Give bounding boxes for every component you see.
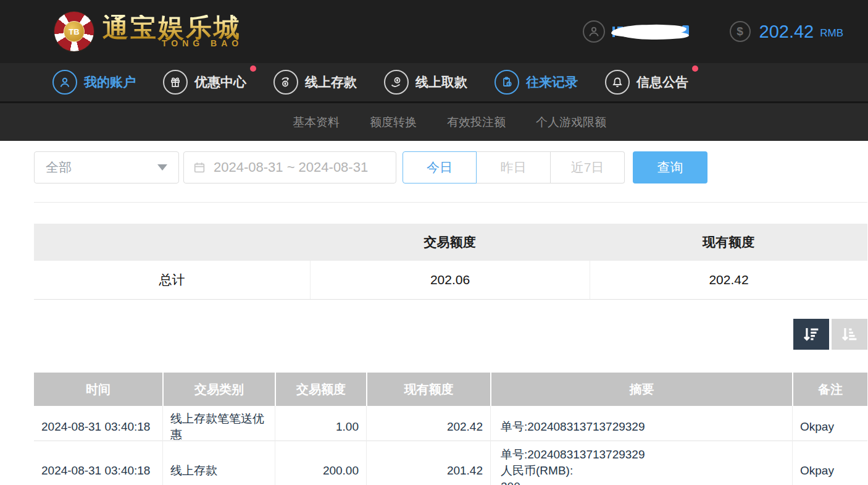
username-redacted <box>611 21 690 42</box>
hand-coin-deposit-icon <box>273 70 298 95</box>
nav-item-online-withdraw[interactable]: 线上取款 <box>384 70 467 95</box>
divider <box>34 202 867 203</box>
brand-name-en: TONG BAO <box>162 38 243 48</box>
nav-item-my-account[interactable]: 我的账户 <box>52 70 136 95</box>
summary-header-empty <box>34 224 310 261</box>
type-select-value: 全部 <box>46 159 72 176</box>
subnav-item-valid-bets[interactable]: 有效投注额 <box>447 114 506 130</box>
user-circle-icon <box>52 70 77 95</box>
nav-item-transaction-records[interactable]: 往来记录 <box>495 70 578 95</box>
dollar-coin-icon: $ <box>730 21 751 42</box>
summary-table: 交易额度 现有额度 总计 202.06 202.42 <box>34 224 867 300</box>
records-table: 时间 交易类别 交易额度 现有额度 摘要 备注 2024-08-31 03:40… <box>34 373 867 485</box>
sort-descending-icon <box>801 324 822 345</box>
quick-button-yesterday[interactable]: 昨日 <box>477 151 551 183</box>
chip-monogram: TB <box>64 21 85 42</box>
summary-current-amount: 202.42 <box>590 261 867 299</box>
nav-item-announcements[interactable]: 信息公告 <box>605 70 688 95</box>
sub-nav: 基本资料 额度转换 有效投注额 个人游戏限额 <box>0 103 868 141</box>
subnav-item-personal-game-limit[interactable]: 个人游戏限额 <box>536 114 606 130</box>
summary-total-label: 总计 <box>34 261 310 299</box>
filter-bar: 全部 2024-08-31 ~ 2024-08-31 今日 昨日 近7日 查询 <box>34 151 867 183</box>
sort-ascending-icon <box>839 324 860 345</box>
type-select[interactable]: 全部 <box>34 151 179 183</box>
user-icon <box>583 20 605 43</box>
quick-button-today[interactable]: 今日 <box>403 151 477 183</box>
cell-time: 2024-08-31 03:40:18 <box>34 441 162 485</box>
summary-total-row: 总计 202.06 202.42 <box>34 261 867 300</box>
nav-item-promotions[interactable]: 优惠中心 <box>163 70 246 95</box>
date-range-input[interactable]: 2024-08-31 ~ 2024-08-31 <box>183 151 396 183</box>
query-button[interactable]: 查询 <box>633 151 707 183</box>
summary-table-header: 交易额度 现有额度 <box>34 224 867 261</box>
col-header-type: 交易类别 <box>162 373 275 406</box>
summary-header-current-amount: 现有额度 <box>590 224 867 261</box>
subnav-item-credit-transfer[interactable]: 额度转换 <box>370 114 417 130</box>
brand-name-cn: 通宝娱乐城 <box>102 15 243 41</box>
top-header: TB 通宝娱乐城 TONG BAO $ 202.42 RMB <box>0 0 868 63</box>
hand-coin-withdraw-icon <box>384 70 409 95</box>
account-chip[interactable] <box>583 20 690 43</box>
brand-logo[interactable]: TB 通宝娱乐城 TONG BAO <box>54 12 243 51</box>
quick-button-last7days[interactable]: 近7日 <box>551 151 625 183</box>
chevron-down-icon <box>157 164 167 171</box>
gift-icon <box>163 70 188 95</box>
balance-amount: 202.42 <box>759 22 814 42</box>
date-range-value: 2024-08-31 ~ 2024-08-31 <box>214 159 368 175</box>
casino-chip-icon: TB <box>54 12 94 51</box>
subnav-item-basic-info[interactable]: 基本资料 <box>293 114 340 130</box>
calendar-icon <box>193 161 206 174</box>
cell-remark: Okpay <box>792 441 867 485</box>
balance-display: $ 202.42 RMB <box>730 21 843 42</box>
table-row: 2024-08-31 03:40:18 线上存款笔笔送优惠 1.00 202.4… <box>34 406 867 441</box>
cell-type: 线上存款 <box>162 441 275 485</box>
table-row: 2024-08-31 03:40:18 线上存款 200.00 201.42 单… <box>34 441 867 485</box>
cell-summary: 单号:202408313713729329 人民币(RMB): 200 <box>490 441 792 485</box>
col-header-remark: 备注 <box>792 373 867 406</box>
cell-balance: 201.42 <box>366 441 490 485</box>
sort-toolbar <box>34 319 867 350</box>
col-header-balance: 现有额度 <box>366 373 490 406</box>
clipboard-clock-icon <box>495 70 519 95</box>
sort-descending-button[interactable] <box>793 319 829 350</box>
bell-icon <box>605 70 630 95</box>
date-quick-segment: 今日 昨日 近7日 <box>403 151 625 183</box>
sort-ascending-button[interactable] <box>832 319 867 350</box>
nav-item-online-deposit[interactable]: 线上存款 <box>273 70 357 95</box>
notification-dot <box>250 65 256 72</box>
col-header-amount: 交易额度 <box>275 373 366 406</box>
balance-currency: RMB <box>820 23 843 40</box>
summary-header-trade-amount: 交易额度 <box>310 224 590 261</box>
col-header-summary: 摘要 <box>490 373 792 406</box>
notification-dot <box>692 65 698 72</box>
col-header-time: 时间 <box>34 373 162 406</box>
cell-amount: 200.00 <box>275 441 366 485</box>
main-nav: 我的账户 优惠中心 线上存款 线上取款 <box>0 63 868 103</box>
summary-trade-amount: 202.06 <box>310 261 590 299</box>
records-table-header: 时间 交易类别 交易额度 现有额度 摘要 备注 <box>34 373 867 406</box>
